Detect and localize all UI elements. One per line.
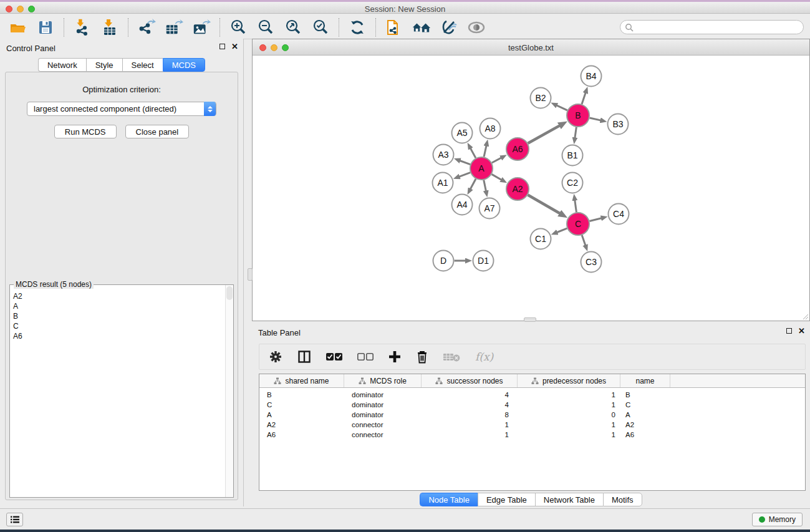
tab-select[interactable]: Select xyxy=(122,58,163,72)
zoom-selected-button[interactable] xyxy=(311,18,330,37)
graph-edge-C-C3[interactable] xyxy=(582,235,586,248)
table-row[interactable]: Cdominator41C xyxy=(259,400,805,410)
column-header-successor-nodes[interactable]: successor nodes xyxy=(422,374,518,387)
close-panel-icon[interactable]: ✕ xyxy=(231,44,238,49)
graph-node-A5[interactable]: A5 xyxy=(452,123,473,143)
graph-edge-B-B4[interactable] xyxy=(582,90,587,104)
graph-node-B2[interactable]: B2 xyxy=(531,88,551,109)
import-table-button[interactable] xyxy=(100,18,119,37)
zoom-fit-button[interactable] xyxy=(284,18,302,37)
graph-node-A3[interactable]: A3 xyxy=(433,145,454,165)
graph-node-C4[interactable]: C4 xyxy=(609,204,629,225)
mcds-result-item[interactable]: A6 xyxy=(13,331,224,341)
mcds-result-item[interactable]: C xyxy=(13,321,224,331)
column-header-shared-name[interactable]: shared name xyxy=(259,374,344,387)
graph-node-B4[interactable]: B4 xyxy=(581,66,602,87)
mcds-result-item[interactable]: A2 xyxy=(13,291,224,301)
graph-node-A7[interactable]: A7 xyxy=(480,198,500,219)
graph-node-C3[interactable]: C3 xyxy=(581,252,602,273)
duplicate-network-button[interactable] xyxy=(385,18,403,37)
graph-node-B3[interactable]: B3 xyxy=(608,114,629,135)
table-row[interactable]: Bdominator41B xyxy=(259,390,805,400)
memory-button[interactable]: Memory xyxy=(752,513,803,526)
graph-edge-A-A4[interactable] xyxy=(469,179,476,192)
result-scrollbar[interactable] xyxy=(225,285,233,497)
tab-network-table[interactable]: Network Table xyxy=(535,493,603,506)
import-network-button[interactable] xyxy=(73,18,92,37)
graph-edge-B-B2[interactable] xyxy=(554,104,567,110)
zoom-in-button[interactable] xyxy=(229,18,248,37)
splitter-grip-left[interactable] xyxy=(248,268,253,281)
function-builder-button[interactable]: f(x) xyxy=(475,351,493,363)
graph-edge-A-A7[interactable] xyxy=(484,180,487,195)
close-table-panel-icon[interactable]: ✕ xyxy=(798,328,805,334)
show-panels-button[interactable] xyxy=(6,513,23,526)
column-browse-button[interactable] xyxy=(297,349,312,364)
add-column-button[interactable] xyxy=(388,350,402,364)
float-panel-icon[interactable] xyxy=(219,44,225,49)
graph-node-A1[interactable]: A1 xyxy=(433,173,453,193)
refresh-button[interactable] xyxy=(348,18,367,37)
column-header-name[interactable]: name xyxy=(620,374,670,387)
close-panel-button[interactable]: Close panel xyxy=(125,125,190,138)
birds-eye-button[interactable] xyxy=(467,18,486,37)
table-row[interactable]: A6connector11A6 xyxy=(259,430,805,440)
open-session-button[interactable] xyxy=(9,18,27,37)
graph-node-A8[interactable]: A8 xyxy=(480,118,501,139)
delete-column-button[interactable] xyxy=(415,349,429,364)
graph-edge-C-C4[interactable] xyxy=(589,217,604,221)
tab-style[interactable]: Style xyxy=(86,58,122,72)
graph-edge-A-A6[interactable] xyxy=(492,157,504,163)
graph-edge-C-C1[interactable] xyxy=(554,228,567,233)
deselect-all-button[interactable] xyxy=(357,352,374,362)
graph-node-C[interactable]: C xyxy=(567,213,589,235)
select-all-button[interactable] xyxy=(325,352,343,362)
graph-node-A6[interactable]: A6 xyxy=(506,138,529,160)
optimization-criterion-select[interactable]: largest connected component (directed) xyxy=(27,102,216,116)
save-session-button[interactable] xyxy=(36,18,55,37)
graph-node-A2[interactable]: A2 xyxy=(506,178,529,200)
tab-edge-table[interactable]: Edge Table xyxy=(478,493,535,506)
graph-node-B[interactable]: B xyxy=(567,104,589,127)
mcds-result-item[interactable]: B xyxy=(13,311,224,321)
graph-node-B1[interactable]: B1 xyxy=(562,145,583,166)
graph-node-C2[interactable]: C2 xyxy=(562,173,583,193)
mcds-result-item[interactable]: A xyxy=(13,301,224,311)
graph-edge-A2-C[interactable] xyxy=(528,195,564,216)
graph-node-D[interactable]: D xyxy=(433,251,454,271)
tab-network[interactable]: Network xyxy=(38,58,86,72)
graph-node-A[interactable]: A xyxy=(470,157,493,180)
float-table-panel-icon[interactable] xyxy=(786,328,792,334)
column-header-predecessor-nodes[interactable]: predecessor nodes xyxy=(518,374,620,387)
graphics-details-button[interactable] xyxy=(440,18,458,37)
tab-node-table[interactable]: Node Table xyxy=(420,493,478,506)
export-table-button[interactable] xyxy=(165,18,183,37)
destroy-table-button[interactable] xyxy=(443,351,461,362)
graph-node-D1[interactable]: D1 xyxy=(473,251,494,271)
column-header-MCDS-role[interactable]: MCDS role xyxy=(344,374,422,387)
tab-motifs[interactable]: Motifs xyxy=(603,493,642,506)
graph-edge-A-A5[interactable] xyxy=(469,145,476,158)
home-button[interactable] xyxy=(412,18,431,37)
graph-edge-B-B1[interactable] xyxy=(574,127,576,142)
table-settings-button[interactable] xyxy=(268,349,283,364)
graph-edge-A-A1[interactable] xyxy=(456,173,470,178)
splitter-grip-bottom[interactable] xyxy=(524,317,536,322)
export-network-button[interactable] xyxy=(137,18,156,37)
table-row[interactable]: Adominator80A xyxy=(259,410,805,420)
table-row[interactable]: A2connector11A2 xyxy=(259,420,805,430)
network-canvas[interactable]: AA5A8A3A1A4A7A6A2BB2B4B3B1C2CC4C1C3DD1 xyxy=(253,56,809,321)
graph-node-A4[interactable]: A4 xyxy=(452,195,473,215)
graph-edge-A-A8[interactable] xyxy=(484,142,487,157)
result-scrollbar-thumb[interactable] xyxy=(226,286,233,300)
export-image-button[interactable] xyxy=(192,18,211,37)
graph-edge-A-A3[interactable] xyxy=(457,160,471,165)
run-mcds-button[interactable]: Run MCDS xyxy=(54,125,117,138)
zoom-out-button[interactable] xyxy=(256,18,275,37)
graph-edge-C-C2[interactable] xyxy=(574,197,576,212)
search-input[interactable] xyxy=(620,20,804,34)
graph-edge-B-B3[interactable] xyxy=(590,118,604,121)
resize-grip-icon[interactable] xyxy=(801,312,809,320)
graph-node-C1[interactable]: C1 xyxy=(531,229,551,249)
tab-mcds[interactable]: MCDS xyxy=(163,58,205,72)
